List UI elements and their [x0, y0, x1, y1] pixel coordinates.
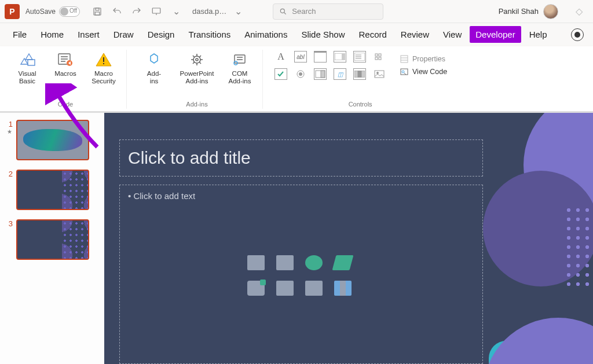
tab-help[interactable]: Help [524, 26, 553, 43]
thumbnail-preview [16, 120, 89, 160]
tab-draw[interactable]: Draw [108, 26, 140, 43]
group-label-controls: Controls [349, 101, 372, 109]
autosave-label: AutoSave [25, 8, 56, 16]
svg-rect-32 [401, 56, 408, 62]
content-placeholder-icons [247, 255, 355, 300]
svg-point-36 [402, 71, 404, 73]
insert-stock-image-icon[interactable] [247, 255, 265, 270]
macros-button[interactable]: Macros [49, 50, 82, 78]
diamond-icon[interactable]: ◇ [570, 6, 588, 17]
control-label-icon[interactable]: A [274, 51, 287, 62]
thumbnail-preview [16, 170, 89, 210]
search-placeholder: Search [292, 7, 316, 16]
svg-point-4 [281, 9, 285, 13]
insert-chart-icon[interactable] [334, 281, 352, 296]
ribbon-tabs: File Home Insert Draw Design Transitions… [0, 23, 593, 46]
control-checkbox-icon[interactable] [274, 68, 287, 80]
save-icon[interactable] [91, 6, 103, 17]
redo-icon[interactable] [131, 6, 142, 17]
tab-animations[interactable]: Animations [239, 26, 293, 43]
view-code-icon [400, 67, 409, 76]
visual-basic-icon [17, 51, 37, 68]
tab-insert[interactable]: Insert [72, 26, 105, 43]
user-account[interactable]: Pankil Shah [493, 4, 564, 19]
search-icon [279, 8, 287, 16]
group-label-code: Code [58, 101, 73, 109]
macro-security-button[interactable]: Macro Security [87, 50, 120, 85]
insert-video-icon[interactable] [276, 281, 294, 296]
svg-rect-30 [375, 71, 384, 78]
svg-rect-22 [375, 57, 378, 60]
thumbnail-preview [16, 219, 89, 260]
insert-smartart-icon[interactable] [332, 255, 354, 270]
com-addins-button[interactable]: COM Add-ins [223, 50, 257, 85]
control-combobox-icon[interactable] [334, 51, 346, 62]
svg-rect-8 [103, 57, 104, 62]
svg-rect-12 [235, 55, 245, 63]
svg-rect-5 [28, 60, 35, 65]
addins-button[interactable]: Add- ins [137, 50, 171, 85]
insert-3d-icon[interactable] [247, 281, 265, 296]
user-name: Pankil Shah [499, 7, 539, 16]
ribbon: Visual Basic Macros Macro Security Code … [0, 46, 593, 113]
tab-transitions[interactable]: Transitions [182, 26, 236, 43]
control-more-icon[interactable] [373, 51, 386, 62]
control-groupbox-icon[interactable] [314, 51, 327, 62]
svg-rect-27 [321, 71, 325, 78]
qat-more-icon[interactable]: ⌄ [170, 6, 182, 17]
autosave-toggle[interactable]: AutoSave Off [25, 6, 80, 17]
present-icon[interactable] [151, 6, 162, 17]
search-input[interactable]: Search [273, 3, 383, 20]
com-addins-icon [230, 51, 250, 68]
control-option-icon[interactable] [294, 68, 307, 80]
title-bar: P AutoSave Off ⌄ dasda.p… ⌄ Search Panki… [0, 0, 593, 23]
title-placeholder[interactable]: Click to add title [119, 139, 483, 177]
insert-icon-icon[interactable] [305, 255, 323, 270]
star-icon: ★ [7, 128, 12, 135]
tab-slideshow[interactable]: Slide Show [295, 26, 350, 43]
filename[interactable]: dasda.p… [192, 7, 226, 16]
visual-basic-button[interactable]: Visual Basic [10, 50, 44, 85]
tab-file[interactable]: File [7, 26, 32, 43]
filename-chevron-icon[interactable]: ⌄ [232, 6, 244, 17]
svg-rect-9 [103, 63, 104, 64]
svg-rect-1 [96, 8, 99, 10]
toggle-switch[interactable]: Off [59, 6, 80, 17]
thumbnail-2[interactable]: 2 [6, 170, 98, 210]
body-placeholder[interactable]: • Click to add text [119, 185, 483, 364]
powerpoint-addins-button[interactable]: PowerPoint Add-ins [175, 50, 218, 85]
gear-icon [187, 51, 207, 68]
svg-point-11 [196, 58, 198, 61]
avatar [543, 4, 558, 19]
slide-thumbnails: 1 ★ 2 3 [0, 113, 104, 364]
tab-design[interactable]: Design [142, 26, 181, 43]
control-spin-icon[interactable]: ◫ [334, 68, 346, 80]
tab-view[interactable]: View [437, 26, 467, 43]
tab-review[interactable]: Review [395, 26, 435, 43]
control-image-icon[interactable] [373, 68, 386, 80]
undo-icon[interactable] [111, 6, 123, 17]
svg-point-25 [299, 72, 302, 76]
svg-rect-21 [379, 54, 381, 56]
tab-home[interactable]: Home [35, 26, 69, 43]
control-textbox-icon[interactable]: abl [294, 51, 307, 62]
control-listbox-icon[interactable] [353, 51, 366, 62]
thumbnail-3[interactable]: 3 [6, 219, 98, 260]
thumbnail-1[interactable]: 1 ★ [6, 120, 98, 160]
properties-button: Properties [400, 54, 447, 64]
tab-developer[interactable]: Developer [470, 26, 521, 43]
slide-canvas[interactable]: Click to add title • Click to add text [104, 113, 593, 364]
slide-decoration [466, 113, 593, 298]
app-icon: P [5, 4, 20, 19]
control-scrollbar-icon[interactable] [353, 68, 366, 80]
ribbon-group-code: Visual Basic Macros Macro Security Code [5, 50, 127, 109]
insert-table-icon[interactable] [305, 281, 323, 296]
control-toggle-icon[interactable] [314, 68, 327, 80]
controls-grid: A abl ◫ [273, 50, 387, 81]
svg-point-31 [377, 72, 379, 74]
tab-record[interactable]: Record [353, 26, 392, 43]
view-code-button[interactable]: View Code [400, 67, 447, 76]
insert-picture-icon[interactable] [276, 255, 294, 270]
svg-rect-3 [152, 8, 160, 13]
record-button-icon[interactable] [571, 28, 584, 41]
